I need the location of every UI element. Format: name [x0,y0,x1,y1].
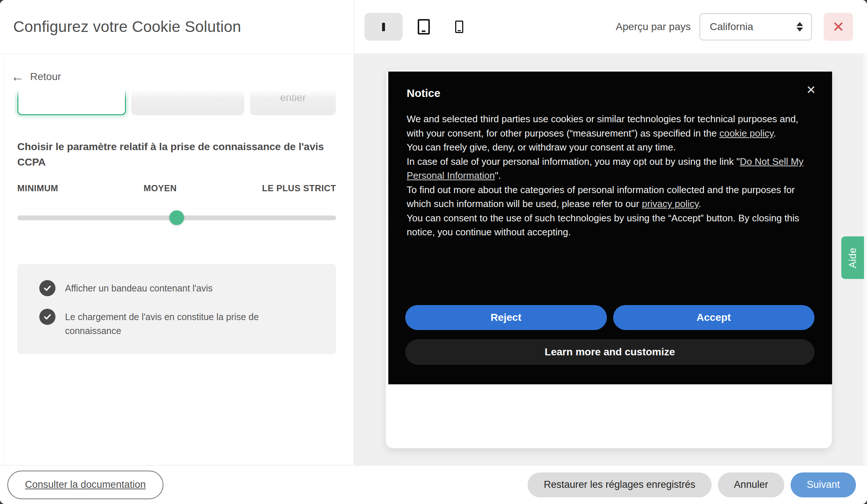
scrollbar-track[interactable] [4,57,4,463]
notice-paragraph: You can consent to the use of such techn… [407,211,814,239]
desktop-icon [373,24,394,30]
ccpa-heading: Choisir le paramètre relatif à la prise … [17,139,342,170]
back-link[interactable]: ← Retour [11,70,61,83]
strictness-slider-track[interactable] [17,215,336,220]
layout-card-3[interactable]: entier [250,89,336,115]
top-bar-right: Aperçu par pays California ✕ [354,0,867,54]
notice-text: ". [495,170,501,181]
preview-pane: Notice ✕ We and selected third parties u… [354,54,867,465]
configuration-panel: ← Retour entier Choisir le paramètre rel… [0,54,354,465]
notice-text: In case of sale of your personal informa… [407,156,740,167]
layout-card-selected[interactable] [17,89,126,115]
tablet-icon [418,19,430,35]
check-icon [43,284,51,292]
next-button[interactable]: Suivant [791,472,856,497]
device-preview-toggle [364,13,474,41]
learn-more-button[interactable]: Learn more and customize [405,339,814,365]
device-mobile-button[interactable] [445,13,474,41]
options-card: Afficher un bandeau contenant l'avis Le … [17,264,336,354]
check-icon [43,313,51,321]
panel-divider [354,0,354,465]
close-icon: ✕ [832,19,845,34]
slider-label-strict: LE PLUS STRICT [262,183,336,193]
country-select-value: California [710,21,753,33]
modal-close-button[interactable]: ✕ [824,13,853,41]
footer-actions: Restaurer les réglages enregistrés Annul… [528,472,856,497]
back-label: Retour [30,71,61,83]
slider-labels: MINIMUM MOYEN LE PLUS STRICT [17,183,336,193]
cookie-solution-modal: Configurez votre Cookie Solution Aperçu … [0,0,867,504]
option-row-banner: Afficher un bandeau contenant l'avis [39,280,321,296]
accept-button[interactable]: Accept [613,305,815,330]
checkbox-load-consent[interactable] [39,309,55,325]
device-tablet-button[interactable] [407,13,440,41]
device-desktop-button[interactable] [364,13,403,41]
notice-text: You can consent to the use of such techn… [407,213,799,238]
layout-card-2[interactable] [131,89,244,115]
mobile-icon [455,21,463,33]
select-arrows-icon [796,22,803,32]
slider-label-moyen: MOYEN [144,183,177,193]
notice-paragraph: To find out more about the categories of… [407,183,814,211]
notice-text: To find out more about the categories of… [407,184,795,210]
cookie-policy-link[interactable]: cookie policy [719,128,773,139]
layout-cards-row: entier [15,89,339,119]
option-label-banner: Afficher un bandeau contenant l'avis [65,280,213,295]
help-tab[interactable]: Aide [841,236,864,279]
cancel-button[interactable]: Annuler [718,472,784,497]
notice-paragraph: In case of sale of your personal informa… [407,155,814,183]
country-select[interactable]: California [699,13,812,40]
notice-paragraph: You can freely give, deny, or withdraw y… [407,140,814,155]
restore-settings-button[interactable]: Restaurer les réglages enregistrés [528,472,712,497]
cookie-notice-banner: Notice ✕ We and selected third parties u… [388,72,832,384]
notice-text: . [698,198,701,209]
help-tab-label: Aide [847,247,858,268]
notice-text: You can freely give, deny, or withdraw y… [407,142,676,153]
option-label-load-consent: Le chargement de l'avis en constitue la … [65,309,278,338]
strictness-slider-handle[interactable] [169,210,184,225]
notice-paragraph: We and selected third parties use cookie… [407,112,814,140]
notice-text: . [773,128,776,139]
country-preview-label: Aperçu par pays [616,21,691,33]
documentation-button[interactable]: Consulter la documentation [7,471,163,499]
top-bar: Configurez votre Cookie Solution Aperçu … [0,0,867,54]
slider-label-minimum: MINIMUM [17,183,58,193]
layout-card-3-label: entier [250,92,336,104]
notice-close-icon[interactable]: ✕ [806,84,816,96]
checkbox-show-banner[interactable] [39,280,55,296]
footer-bar: Consulter la documentation Restaurer les… [0,465,867,504]
option-row-load-consent: Le chargement de l'avis en constitue la … [39,309,321,338]
left-arrow-icon: ← [11,70,24,83]
notice-body: We and selected third parties use cookie… [407,112,814,239]
notice-title: Notice [407,87,440,99]
reject-button[interactable]: Reject [405,305,607,330]
page-title: Configurez votre Cookie Solution [13,0,241,54]
privacy-policy-link[interactable]: privacy policy [642,198,698,209]
notice-button-row: Reject Accept [405,305,814,330]
